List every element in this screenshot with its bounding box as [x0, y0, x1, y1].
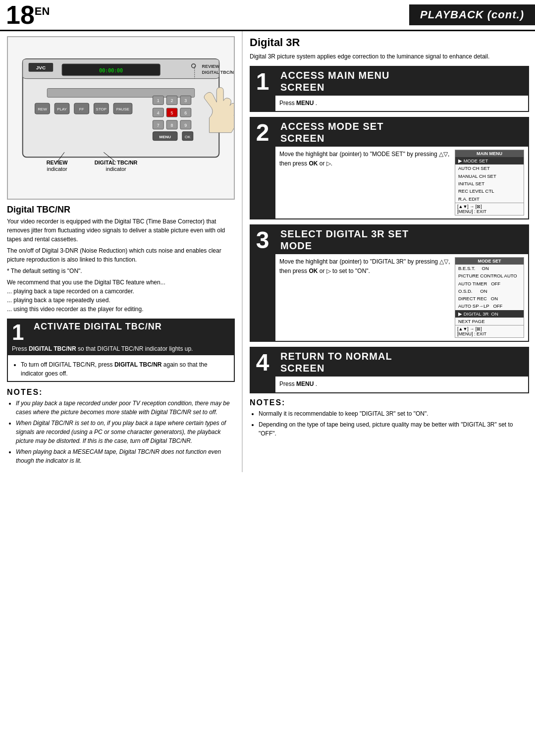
screen-3-item-5: AUTO SP→LP OFF — [455, 302, 524, 310]
left-notes-list: If you play back a tape recorded under p… — [7, 399, 235, 465]
svg-text:6: 6 — [184, 110, 187, 115]
tbc-para-1: Your video recorder is equipped with the… — [7, 217, 235, 244]
step-2-heading: ACCESS MODE SETSCREEN — [275, 118, 528, 147]
step-4-left: 4 — [250, 347, 275, 393]
step-1-text: Press MENU . — [279, 99, 524, 108]
step-1-block: 1 ACCESS MAIN MENUSCREEN Press MENU . — [250, 66, 529, 112]
page-num-text: 18 — [6, 0, 35, 29]
step-3-screen: MODE SET B.E.S.T. ON PICTURE CONTROL AUT… — [455, 257, 524, 338]
tbc-para-6: ... playing back a tape repeatedly used. — [7, 296, 235, 305]
step-1-content: Press MENU . — [275, 96, 528, 111]
activate-step-num: 1 — [12, 322, 30, 343]
step-3-content: Move the highlight bar (pointer) to "DIG… — [275, 254, 528, 341]
step-1-right: ACCESS MAIN MENUSCREEN Press MENU . — [275, 66, 529, 112]
step-1-num: 1 — [256, 70, 269, 94]
step-3-num: 3 — [256, 228, 269, 252]
svg-text:8: 8 — [171, 123, 173, 128]
svg-text:9: 9 — [184, 123, 187, 128]
activate-step-text: Press DIGITAL TBC/NR so that DIGITAL TBC… — [12, 345, 230, 352]
digital-tbc-title: Digital TBC/NR — [7, 205, 235, 215]
step-3-text: Move the highlight bar (pointer) to "DIG… — [279, 257, 455, 338]
step-3-heading: SELECT DIGITAL 3R SETMODE — [275, 225, 528, 254]
step-4-block: 4 RETURN TO NORMALSCREEN Press MENU . — [250, 347, 529, 393]
page-suffix: EN — [35, 5, 50, 17]
svg-text:1: 1 — [157, 98, 160, 103]
page-header: 18EN PLAYBACK (cont.) — [0, 0, 535, 31]
step-4-content: Press MENU . — [275, 377, 528, 392]
svg-text:STOP: STOP — [96, 107, 107, 111]
svg-text:indicator: indicator — [47, 166, 68, 172]
step-4-heading: RETURN TO NORMALSCREEN — [275, 348, 528, 377]
screen-3-item-7: NEXT PAGE — [455, 318, 524, 325]
tbc-para-4: We recommend that you use the Digital TB… — [7, 278, 235, 287]
screen-3-item-3: O.S.D. ON — [455, 287, 524, 295]
right-notes-list: Normally it is recommendable to keep "DI… — [250, 409, 529, 438]
left-note-3: When playing back a MESECAM tape, Digita… — [16, 447, 235, 465]
step-2-block: 2 ACCESS MODE SETSCREEN Move the highlig… — [250, 117, 529, 219]
svg-text:2: 2 — [171, 98, 173, 103]
svg-text:00:00:00: 00:00:00 — [99, 68, 123, 73]
step-1-left: 1 — [250, 66, 275, 112]
step-2-num: 2 — [256, 121, 269, 145]
screen-2-item-4: REC LEVEL CTL — [455, 187, 524, 195]
activate-bullet-item: To turn off DIGITAL TBC/NR, press DIGITA… — [21, 360, 229, 378]
step-3-right: SELECT DIGITAL 3R SETMODE Move the highl… — [275, 224, 529, 342]
svg-text:REVIEW: REVIEW — [47, 160, 68, 165]
step-3-block: 3 SELECT DIGITAL 3R SETMODE Move the hig… — [250, 224, 529, 342]
right-notes-title: NOTES: — [250, 398, 529, 407]
step-2-right: ACCESS MODE SETSCREEN Move the highlight… — [275, 117, 529, 219]
svg-text:4: 4 — [157, 110, 160, 115]
digital3r-title: Digital 3R — [250, 36, 529, 49]
left-column: JVC 00:00:00 REW PLAY FF STOP PAUSE — [0, 31, 243, 472]
screen-2-header: MAIN MENU — [455, 150, 524, 157]
svg-text:REW: REW — [38, 107, 47, 111]
screen-3-item-4: DIRECT REC ON — [455, 295, 524, 302]
svg-text:FF: FF — [79, 107, 84, 111]
activate-bullet: To turn off DIGITAL TBC/NR, press DIGITA… — [7, 355, 235, 382]
step-2-screen: MAIN MENU ▶ MODE SET AUTO CH SET MANUAL … — [455, 150, 524, 216]
page-number: 18EN — [6, 2, 50, 28]
vcr-diagram: JVC 00:00:00 REW PLAY FF STOP PAUSE — [7, 36, 235, 200]
svg-text:REVIEW: REVIEW — [202, 64, 220, 69]
step-2-content: Move the highlight bar (pointer) to "MOD… — [275, 147, 528, 218]
tbc-para-5: ... playing back a tape recorded on a ca… — [7, 287, 235, 296]
screen-3-header: MODE SET — [455, 258, 524, 265]
left-notes-title: NOTES: — [7, 388, 235, 397]
screen-3-nav: [▲▼] → [⊠][MENU] : EXIT — [455, 325, 524, 337]
screen-2-item-2: MANUAL CH SET — [455, 172, 524, 180]
screen-2-item-0: ▶ MODE SET — [455, 157, 524, 164]
svg-text:3: 3 — [184, 98, 187, 103]
tbc-para-7: ... using this video recorder as the pla… — [7, 305, 235, 314]
svg-text:5: 5 — [171, 110, 173, 115]
svg-text:JVC: JVC — [36, 65, 46, 70]
tbc-para-3: * The default setting is "ON". — [7, 267, 235, 275]
left-note-2: When Digital TBC/NR is set to on, if you… — [16, 419, 235, 445]
screen-2-item-3: INITIAL SET — [455, 180, 524, 187]
step-4-num: 4 — [256, 351, 269, 375]
activate-title: ACTIVATE DIGITAL TBC/NR — [34, 322, 162, 332]
tbc-para-2: The on/off of Digital 3-DNR (Noise Reduc… — [7, 246, 235, 264]
svg-text:OK: OK — [185, 135, 191, 139]
step-4-right: RETURN TO NORMALSCREEN Press MENU . — [275, 347, 529, 393]
section-title: PLAYBACK (cont.) — [409, 4, 535, 25]
activate-box: 1 ACTIVATE DIGITAL TBC/NR Press DIGITAL … — [7, 319, 235, 355]
screen-2-nav: [▲▼] → [⊠][MENU] : EXIT — [455, 203, 524, 215]
screen-3-item-2: AUTO TIMER OFF — [455, 280, 524, 287]
right-note-1: Normally it is recommendable to keep "DI… — [259, 409, 529, 418]
step-2-text: Move the highlight bar (pointer) to "MOD… — [279, 150, 455, 216]
screen-2-item-1: AUTO CH SET — [455, 164, 524, 172]
step-4-text: Press MENU . — [279, 379, 524, 389]
screen-2-item-5: R.A. EDIT — [455, 195, 524, 203]
digital3r-desc: Digital 3R picture system applies edge c… — [250, 52, 529, 61]
svg-text:PLAY: PLAY — [57, 107, 67, 111]
right-column: Digital 3R Digital 3R picture system app… — [243, 31, 535, 472]
svg-text:7: 7 — [157, 123, 160, 128]
step-2-left: 2 — [250, 117, 275, 219]
svg-text:DIGITAL TBC/NR: DIGITAL TBC/NR — [202, 70, 234, 75]
digital-tbc-body: Your video recorder is equipped with the… — [7, 217, 235, 314]
step-1-heading: ACCESS MAIN MENUSCREEN — [275, 67, 528, 96]
screen-3-item-0: B.E.S.T. ON — [455, 265, 524, 272]
screen-3-item-6: ▶ DIGITAL 3R ON — [455, 310, 524, 318]
svg-text:MENU: MENU — [160, 135, 171, 139]
screen-3-item-1: PICTURE CONTROL AUTO — [455, 272, 524, 279]
